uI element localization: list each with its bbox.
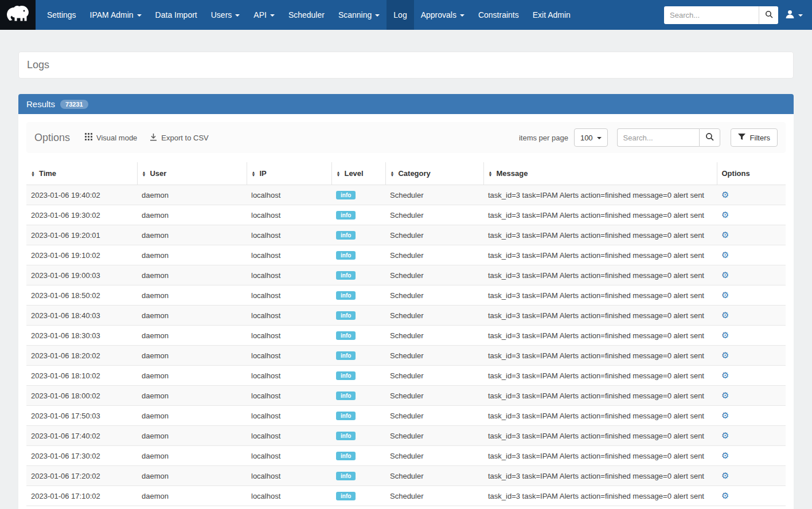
cell-message: task_id=3 task=IPAM Alerts action=finish… (483, 406, 717, 426)
user-icon (785, 9, 795, 21)
cell-level: info (331, 466, 385, 486)
cell-options: ⚙ (717, 245, 786, 265)
column-header-message[interactable]: ▲▼ Message (483, 162, 717, 185)
table-row: 2023-01-06 17:30:02 daemon localhost inf… (26, 446, 786, 466)
navbar-item-api[interactable]: API (247, 0, 282, 30)
navbar-search-input[interactable] (664, 6, 759, 24)
cell-time: 2023-01-06 18:20:02 (26, 346, 137, 366)
table-search (617, 128, 720, 147)
table-row: 2023-01-06 18:00:02 daemon localhost inf… (26, 386, 786, 406)
cell-ip: localhost (247, 306, 331, 326)
log-table-body: 2023-01-06 19:40:02 daemon localhost inf… (26, 185, 786, 506)
gear-icon[interactable]: ⚙ (721, 451, 729, 460)
navbar-search-button[interactable] (759, 6, 778, 24)
cell-user: daemon (137, 386, 247, 406)
navbar-items: Settings IPAM Admin Data Import Users AP… (40, 0, 577, 30)
table-search-button[interactable] (699, 128, 720, 147)
navbar-item-users[interactable]: Users (204, 0, 247, 30)
cell-options: ⚙ (717, 486, 786, 506)
user-menu[interactable] (785, 9, 803, 21)
navbar-item-log[interactable]: Log (387, 0, 413, 30)
cell-ip: localhost (247, 426, 331, 446)
funnel-icon (738, 134, 745, 142)
results-panel-body: Options Visual mode (18, 114, 794, 509)
cell-options: ⚙ (717, 306, 786, 326)
column-header-label: IP (259, 169, 266, 178)
table-row: 2023-01-06 17:20:02 daemon localhost inf… (26, 466, 786, 486)
logs-title-panel: Logs (18, 52, 794, 79)
column-header-ip[interactable]: ▲▼ IP (247, 162, 331, 185)
cell-category: Scheduler (385, 306, 483, 326)
cell-ip: localhost (247, 446, 331, 466)
cell-category: Scheduler (385, 446, 483, 466)
cell-level: info (331, 346, 385, 366)
chevron-down-icon (460, 14, 464, 17)
gear-icon[interactable]: ⚙ (721, 491, 729, 500)
sort-icon: ▲▼ (337, 171, 341, 177)
export-csv-button[interactable]: Export to CSV (150, 133, 208, 143)
gear-icon[interactable]: ⚙ (721, 370, 729, 380)
cell-user: daemon (137, 326, 247, 346)
cell-ip: localhost (247, 225, 331, 245)
column-header-time[interactable]: ▲▼ Time (26, 162, 137, 185)
cell-user: daemon (137, 285, 247, 306)
gear-icon[interactable]: ⚙ (721, 210, 729, 220)
cell-ip: localhost (247, 386, 331, 406)
cell-ip: localhost (247, 185, 331, 205)
column-header-category[interactable]: ▲▼ Category (385, 162, 483, 185)
column-header-label: Message (496, 169, 528, 178)
column-header-user[interactable]: ▲▼ User (137, 162, 247, 185)
cell-category: Scheduler (385, 185, 483, 205)
navbar-item-scheduler[interactable]: Scheduler (282, 0, 331, 30)
cell-user: daemon (137, 185, 247, 205)
cell-message: task_id=3 task=IPAM Alerts action=finish… (483, 346, 717, 366)
table-row: 2023-01-06 19:30:02 daemon localhost inf… (26, 205, 786, 225)
gear-icon[interactable]: ⚙ (721, 390, 729, 400)
navbar-item-exit-admin[interactable]: Exit Admin (526, 0, 577, 30)
level-badge: info (336, 391, 356, 400)
table-row: 2023-01-06 18:20:02 daemon localhost inf… (26, 346, 786, 366)
column-header-level[interactable]: ▲▼ Level (331, 162, 385, 185)
cell-category: Scheduler (385, 205, 483, 225)
navbar-item-settings[interactable]: Settings (40, 0, 83, 30)
export-csv-label: Export to CSV (161, 134, 208, 142)
gear-icon[interactable]: ⚙ (721, 330, 729, 340)
items-per-page-select[interactable]: 100 (574, 128, 608, 147)
cell-user: daemon (137, 426, 247, 446)
sort-icon: ▲▼ (31, 171, 35, 177)
gear-icon[interactable]: ⚙ (721, 190, 729, 199)
table-header-row: ▲▼ Time ▲▼ User ▲▼ IP ▲▼ Level ▲▼ Catego… (26, 162, 786, 185)
gear-icon[interactable]: ⚙ (721, 350, 729, 360)
cell-message: task_id=3 task=IPAM Alerts action=finish… (483, 225, 717, 245)
cell-time: 2023-01-06 19:10:02 (26, 245, 137, 265)
navbar-item-approvals[interactable]: Approvals (414, 0, 471, 30)
app-logo[interactable] (0, 0, 36, 30)
gear-icon[interactable]: ⚙ (721, 290, 729, 300)
gear-icon[interactable]: ⚙ (721, 430, 729, 440)
navbar-item-label: Constraints (478, 10, 519, 19)
navbar-item-ipam-admin[interactable]: IPAM Admin (83, 0, 149, 30)
visual-mode-button[interactable]: Visual mode (85, 133, 137, 142)
cell-message: task_id=3 task=IPAM Alerts action=finish… (483, 185, 717, 205)
filters-button[interactable]: Filters (731, 128, 778, 147)
level-badge: info (336, 492, 356, 500)
navbar-item-scanning[interactable]: Scanning (331, 0, 387, 30)
cell-level: info (331, 446, 385, 466)
cell-options: ⚙ (717, 346, 786, 366)
cell-options: ⚙ (717, 446, 786, 466)
gear-icon[interactable]: ⚙ (721, 250, 729, 260)
cell-time: 2023-01-06 18:10:02 (26, 366, 137, 386)
gear-icon[interactable]: ⚙ (721, 310, 729, 320)
navbar-item-data-import[interactable]: Data Import (149, 0, 204, 30)
gear-icon[interactable]: ⚙ (721, 471, 729, 480)
cell-category: Scheduler (385, 225, 483, 245)
gear-icon[interactable]: ⚙ (721, 230, 729, 240)
gear-icon[interactable]: ⚙ (721, 270, 729, 280)
gear-icon[interactable]: ⚙ (721, 410, 729, 420)
navbar-item-label: Data Import (155, 10, 197, 19)
navbar-item-label: API (253, 10, 267, 19)
table-row: 2023-01-06 17:40:02 daemon localhost inf… (26, 426, 786, 446)
table-search-input[interactable] (617, 128, 699, 147)
navbar-item-constraints[interactable]: Constraints (471, 0, 526, 30)
level-badge: info (336, 211, 356, 220)
